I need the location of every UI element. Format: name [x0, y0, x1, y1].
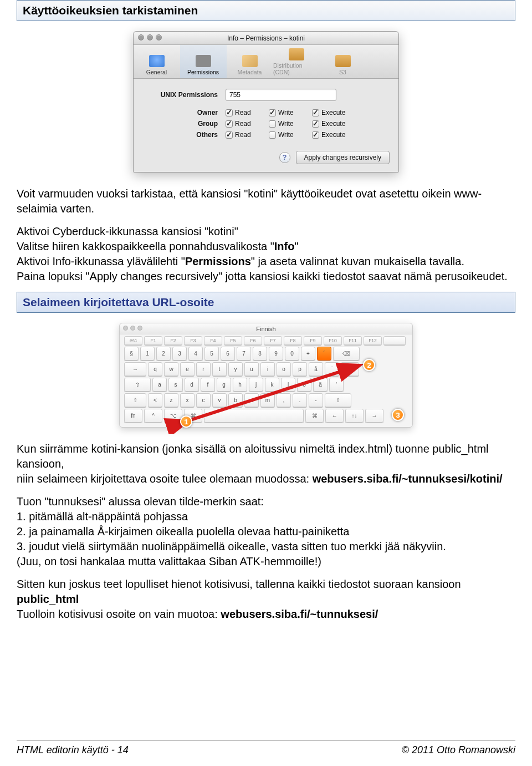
- keyboard-key[interactable]: ,: [277, 393, 291, 407]
- keyboard-key[interactable]: <: [148, 393, 162, 407]
- keyboard-key[interactable]: n: [244, 393, 259, 407]
- others-execute-checkbox[interactable]: Execute: [312, 131, 355, 139]
- keyboard-key[interactable]: ⇧: [124, 378, 151, 392]
- apply-recursively-button[interactable]: Apply changes recursively: [296, 151, 390, 164]
- keyboard-key[interactable]: ⇧: [124, 393, 146, 407]
- tab-metadata[interactable]: Metadata: [227, 45, 273, 78]
- keyboard-key[interactable]: F11: [344, 336, 362, 345]
- tab-s3[interactable]: S3: [320, 45, 366, 78]
- keyboard-key[interactable]: k: [265, 378, 279, 392]
- keyboard-key[interactable]: z: [164, 393, 178, 407]
- keyboard-key[interactable]: i: [260, 362, 275, 376]
- keyboard-key[interactable]: esc: [124, 336, 142, 345]
- keyboard-key[interactable]: c: [196, 393, 211, 407]
- keyboard-key[interactable]: F1: [144, 336, 162, 345]
- keyboard-key[interactable]: F6: [244, 336, 262, 345]
- keyboard-key[interactable]: →: [124, 362, 146, 376]
- body-text: Sitten kun joskus teet lopulliset hienot…: [17, 577, 515, 622]
- keyboard-key[interactable]: ↑↓: [345, 409, 364, 423]
- keyboard-key[interactable]: d: [185, 378, 199, 392]
- keyboard-key[interactable]: [383, 336, 406, 345]
- keyboard-key[interactable]: 9: [269, 347, 283, 361]
- others-write-checkbox[interactable]: Write: [269, 131, 312, 139]
- keyboard-key[interactable]: 2: [156, 347, 171, 361]
- others-read-checkbox[interactable]: Read: [226, 131, 269, 139]
- keyboard-key[interactable]: r: [196, 362, 211, 376]
- checkbox-icon: [312, 131, 319, 139]
- owner-execute-checkbox[interactable]: Execute: [312, 109, 355, 116]
- keyboard-key[interactable]: ´: [317, 347, 331, 361]
- keyboard-key[interactable]: ⌘: [305, 409, 324, 423]
- tab-distribution[interactable]: Distribution (CDN): [273, 45, 320, 78]
- keyboard-key[interactable]: F5: [224, 336, 242, 345]
- keyboard-key[interactable]: -: [309, 393, 323, 407]
- group-write-checkbox[interactable]: Write: [269, 120, 312, 128]
- keyboard-key[interactable]: v: [212, 393, 227, 407]
- keyboard-key[interactable]: y: [228, 362, 243, 376]
- keyboard-key[interactable]: 1: [140, 347, 155, 361]
- keyboard-key[interactable]: F10: [324, 336, 342, 345]
- keyboard-key[interactable]: l: [281, 378, 295, 392]
- annotation-marker-1: 1: [180, 415, 192, 428]
- keyboard-key[interactable]: o: [277, 362, 291, 376]
- keyboard-key[interactable]: 8: [253, 347, 267, 361]
- keyboard-key[interactable]: ←: [325, 409, 344, 423]
- keyboard-key[interactable]: 3: [172, 347, 187, 361]
- keyboard-key[interactable]: ↵: [341, 362, 359, 376]
- group-read-checkbox[interactable]: Read: [226, 120, 269, 128]
- close-icon[interactable]: [138, 34, 144, 40]
- keyboard-key[interactable]: ¨: [325, 362, 339, 376]
- keyboard-key[interactable]: h: [233, 378, 247, 392]
- keyboard-key[interactable]: fn: [124, 409, 142, 423]
- keyboard-key[interactable]: 7: [237, 347, 251, 361]
- keyboard-key[interactable]: F7: [264, 336, 282, 345]
- keyboard-key[interactable]: ^: [144, 409, 162, 423]
- keyboard-key[interactable]: 0: [285, 347, 299, 361]
- keyboard-key[interactable]: 6: [221, 347, 235, 361]
- help-icon[interactable]: ?: [279, 152, 290, 163]
- keyboard-key[interactable]: F3: [184, 336, 202, 345]
- keyboard-key[interactable]: x: [180, 393, 195, 407]
- keyboard-key[interactable]: ö: [297, 378, 311, 392]
- keyboard-key[interactable]: p: [293, 362, 307, 376]
- keyboard-key[interactable]: a: [152, 378, 167, 392]
- checkbox-icon: [269, 120, 276, 128]
- keyboard-key[interactable]: b: [228, 393, 243, 407]
- minimize-icon[interactable]: [147, 34, 153, 40]
- keyboard-key[interactable]: g: [217, 378, 231, 392]
- keyboard-key[interactable]: å: [309, 362, 323, 376]
- keyboard-key[interactable]: u: [244, 362, 259, 376]
- keyboard-key[interactable]: +: [301, 347, 315, 361]
- keyboard-key[interactable]: ': [329, 378, 344, 392]
- keyboard-key[interactable]: m: [260, 393, 275, 407]
- keyboard-key[interactable]: j: [249, 378, 263, 392]
- keyboard-key[interactable]: §: [124, 347, 139, 361]
- keyboard-key[interactable]: F8: [284, 336, 302, 345]
- keyboard-key[interactable]: e: [180, 362, 195, 376]
- group-execute-checkbox[interactable]: Execute: [312, 120, 355, 128]
- zoom-icon[interactable]: [156, 34, 162, 40]
- keyboard-key[interactable]: q: [148, 362, 162, 376]
- keyboard-key[interactable]: ⇧: [325, 393, 351, 407]
- owner-read-checkbox[interactable]: Read: [226, 109, 269, 116]
- keyboard-key[interactable]: w: [164, 362, 178, 376]
- keyboard-key[interactable]: 5: [204, 347, 219, 361]
- keyboard-key[interactable]: ä: [313, 378, 328, 392]
- unix-permissions-field[interactable]: 755: [226, 89, 336, 101]
- keyboard-key[interactable]: F2: [164, 336, 182, 345]
- keyboard-key[interactable]: F9: [304, 336, 322, 345]
- keyboard-key[interactable]: F4: [204, 336, 222, 345]
- keyboard-key[interactable]: →: [365, 409, 383, 423]
- keyboard-key[interactable]: ⌫: [333, 347, 360, 361]
- keyboard-key[interactable]: [204, 409, 304, 423]
- keyboard-key[interactable]: 4: [188, 347, 203, 361]
- keyboard-key[interactable]: .: [293, 393, 307, 407]
- tab-permissions[interactable]: Permissions: [180, 45, 227, 78]
- keyboard-key[interactable]: t: [212, 362, 227, 376]
- keyboard-key[interactable]: s: [168, 378, 183, 392]
- keyboard-key[interactable]: F12: [364, 336, 382, 345]
- row-others-label: Others: [142, 131, 226, 139]
- tab-general[interactable]: General: [134, 45, 180, 78]
- keyboard-key[interactable]: f: [201, 378, 215, 392]
- owner-write-checkbox[interactable]: Write: [269, 109, 312, 116]
